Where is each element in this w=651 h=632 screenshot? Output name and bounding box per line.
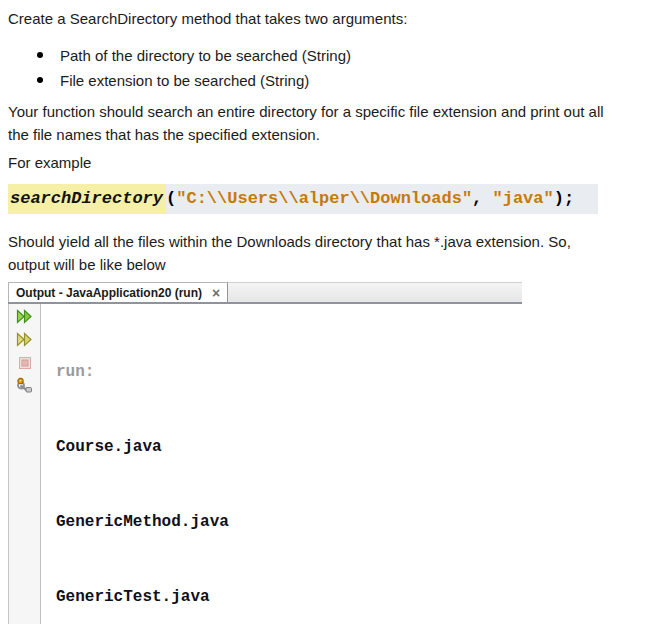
list-item: Path of the directory to be searched (St… bbox=[8, 43, 643, 68]
rerun-button[interactable] bbox=[14, 308, 36, 328]
stop-button[interactable] bbox=[14, 354, 36, 374]
ant-settings-icon bbox=[16, 377, 33, 397]
console-line: run: bbox=[56, 360, 522, 385]
bullet-icon bbox=[37, 52, 43, 58]
list-item: File extension to be searched (String) bbox=[8, 68, 643, 93]
requirements-list: Path of the directory to be searched (St… bbox=[8, 43, 643, 93]
code-string-arg1: "C:\\Users\\alper\\Downloads" bbox=[176, 189, 472, 208]
rerun-with-changes-button[interactable] bbox=[14, 331, 36, 351]
output-tabbar: Output - JavaApplication20 (run) × bbox=[8, 282, 522, 304]
tab-label: Output - JavaApplication20 (run) bbox=[16, 286, 202, 300]
ant-settings-button[interactable] bbox=[14, 377, 36, 397]
console-line: Course.java bbox=[56, 435, 522, 460]
list-item-text: Path of the directory to be searched (St… bbox=[60, 43, 351, 68]
bullet-icon bbox=[37, 77, 43, 83]
code-punct: , bbox=[472, 189, 492, 208]
example-label: For example bbox=[8, 152, 614, 174]
code-snippet: searchDirectory("C:\\Users\\alper\\Downl… bbox=[8, 184, 598, 214]
close-icon[interactable]: × bbox=[212, 287, 220, 299]
list-item-text: File extension to be searched (String) bbox=[60, 68, 309, 93]
output-intro-paragraph: Should yield all the files within the Do… bbox=[8, 230, 614, 276]
code-punct: ( bbox=[166, 189, 176, 208]
output-window: Output - JavaApplication20 (run) × bbox=[8, 282, 522, 624]
output-panel-body: run: Course.java GenericMethod.java Gene… bbox=[8, 304, 522, 624]
tab-output-run[interactable]: Output - JavaApplication20 (run) × bbox=[8, 282, 228, 302]
console-output: run: Course.java GenericMethod.java Gene… bbox=[41, 304, 522, 624]
stop-icon bbox=[18, 356, 32, 373]
rerun-with-changes-icon bbox=[16, 332, 33, 350]
description-paragraph: Your function should search an entire di… bbox=[8, 100, 614, 146]
code-punct: ); bbox=[554, 189, 574, 208]
console-line: GenericTest.java bbox=[56, 585, 522, 610]
output-toolbar bbox=[8, 304, 41, 624]
intro-paragraph: Create a SearchDirectory method that tak… bbox=[8, 9, 614, 29]
document-page: Create a SearchDirectory method that tak… bbox=[0, 0, 651, 624]
code-method-name: searchDirectory bbox=[8, 184, 166, 214]
tabbar-empty-area bbox=[228, 282, 522, 302]
console-line: GenericMethod.java bbox=[56, 510, 522, 535]
code-string-arg2: "java" bbox=[493, 189, 554, 208]
rerun-icon bbox=[16, 309, 33, 327]
